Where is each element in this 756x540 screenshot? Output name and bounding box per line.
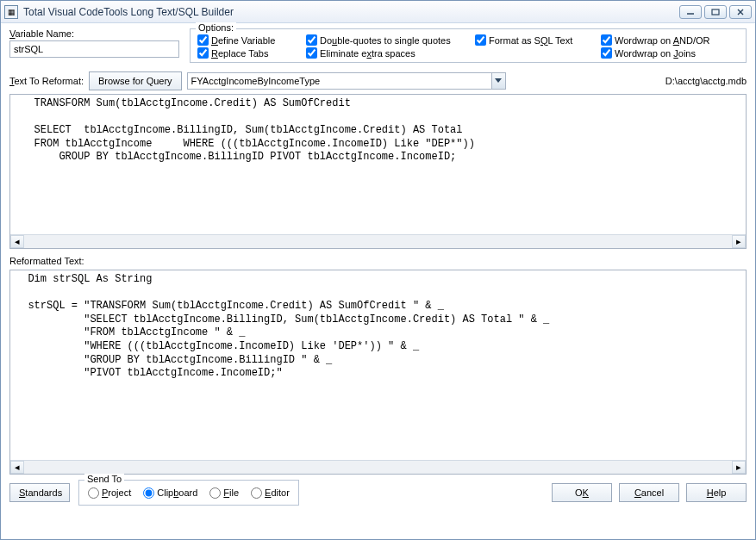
output-text-content[interactable]: Dim strSQL As String strSQL = "TRANSFORM… (10, 270, 746, 460)
scroll-left-button[interactable]: ◂ (10, 461, 24, 474)
variable-name-input[interactable] (9, 40, 179, 58)
query-combo[interactable] (187, 72, 506, 90)
maximize-icon (711, 9, 720, 16)
text-to-reformat-label: Text To Reformat: (9, 76, 84, 86)
svg-rect-1 (712, 9, 719, 15)
footer-row: Standards Send To Project Clipboard File… (9, 478, 747, 506)
options-legend: Options: (196, 22, 236, 33)
cancel-button[interactable]: Cancel (619, 483, 679, 502)
database-path: D:\acctg\acctg.mdb (665, 76, 747, 86)
options-fieldset: Options: Define Variable Double-quotes t… (190, 28, 747, 63)
close-icon (736, 9, 745, 16)
send-to-file-radio[interactable]: File (209, 487, 239, 499)
help-button[interactable]: Help (686, 483, 747, 502)
output-hscrollbar[interactable]: ◂ ▸ (10, 460, 746, 474)
wordwrap-andor-checkbox[interactable]: Wordwrap on AND/OR (601, 34, 739, 46)
content-area: Variable Name: Options: Define Variable … (1, 23, 755, 539)
window-title: Total Visual CodeTools Long Text/SQL Bui… (23, 6, 679, 18)
scroll-right-button[interactable]: ▸ (732, 235, 746, 248)
send-to-project-radio[interactable]: Project (88, 487, 131, 499)
send-to-legend: Send To (84, 474, 124, 484)
top-row: Variable Name: Options: Define Variable … (9, 28, 747, 63)
variable-name-group: Variable Name: (9, 28, 179, 63)
query-row: Text To Reformat: Browse for Query D:\ac… (9, 71, 747, 90)
browse-for-query-button[interactable]: Browse for Query (89, 71, 182, 90)
app-icon: ▦ (4, 5, 18, 19)
send-to-editor-radio[interactable]: Editor (251, 487, 290, 499)
footer-buttons: OK Cancel Help (552, 483, 747, 502)
standards-button[interactable]: Standards (9, 483, 70, 502)
query-combo-drop[interactable] (491, 73, 505, 89)
format-sql-checkbox[interactable]: Format as SQL Text (475, 34, 596, 46)
send-to-clipboard-radio[interactable]: Clipboard (143, 487, 197, 499)
input-text-pane[interactable]: TRANSFORM Sum(tblAcctgIncome.Credit) AS … (9, 94, 747, 249)
variable-name-label: Variable Name: (9, 28, 179, 39)
query-combo-input[interactable] (188, 73, 491, 89)
send-to-fieldset: Send To Project Clipboard File Editor (78, 480, 299, 506)
output-text-pane[interactable]: Dim strSQL As String strSQL = "TRANSFORM… (9, 270, 747, 475)
define-variable-checkbox[interactable]: Define Variable (197, 34, 301, 46)
close-button[interactable] (729, 5, 752, 19)
titlebar: ▦ Total Visual CodeTools Long Text/SQL B… (1, 1, 755, 23)
input-text-content[interactable]: TRANSFORM Sum(tblAcctgIncome.Credit) AS … (10, 95, 746, 234)
maximize-button[interactable] (704, 5, 727, 19)
replace-tabs-checkbox[interactable]: Replace Tabs (197, 47, 301, 59)
minimize-icon (686, 9, 695, 16)
window-buttons (679, 5, 752, 19)
eliminate-spaces-checkbox[interactable]: Eliminate extra spaces (306, 47, 470, 59)
wordwrap-joins-checkbox[interactable]: Wordwrap on Joins (601, 47, 739, 59)
input-hscrollbar[interactable]: ◂ ▸ (10, 234, 746, 248)
scroll-left-button[interactable]: ◂ (10, 235, 24, 248)
minimize-button[interactable] (679, 5, 702, 19)
options-grid: Define Variable Double-quotes to single … (197, 31, 739, 59)
double-quotes-checkbox[interactable]: Double-quotes to single quotes (306, 34, 470, 46)
ok-button[interactable]: OK (552, 483, 612, 502)
chevron-down-icon (495, 78, 502, 84)
reformatted-text-label: Reformatted Text: (9, 256, 747, 266)
scroll-right-button[interactable]: ▸ (732, 461, 746, 474)
app-window: ▦ Total Visual CodeTools Long Text/SQL B… (0, 0, 756, 540)
